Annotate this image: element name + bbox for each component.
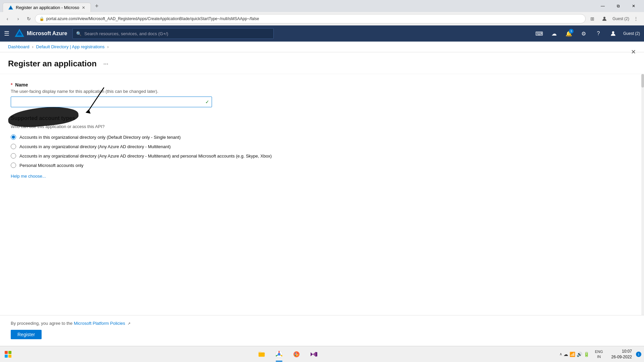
breadcrumb-app-registrations[interactable]: Default Directory | App registrations (36, 44, 105, 49)
name-field-description: The user-facing display name for this ap… (11, 89, 633, 94)
menu-button[interactable]: ⋮ (631, 14, 641, 23)
cloud-icon: ☁ (564, 352, 568, 357)
active-tab[interactable]: Register an application - Microso ✕ (3, 3, 91, 12)
svg-point-1 (612, 31, 614, 34)
account-types-title: Supported account types (11, 115, 633, 121)
name-input-wrapper: ✓ (11, 97, 212, 107)
account-types-section: Supported account types Who can use this… (11, 115, 633, 179)
policy-prefix: By proceeding, you agree to the (11, 321, 74, 326)
azure-topbar: ☰ Microsoft Azure 🔍 Search resources, se… (0, 25, 644, 42)
notifications-badge: 3 (569, 29, 574, 34)
taskbar-chrome[interactable] (271, 346, 287, 362)
global-search-bar[interactable]: 🔍 Search resources, services, and docs (… (72, 28, 274, 39)
scroll-thumb[interactable] (641, 74, 644, 87)
policy-link[interactable]: Microsoft Platform Policies (74, 321, 125, 326)
paint-icon (293, 351, 300, 358)
policy-text: By proceeding, you agree to the Microsof… (11, 321, 633, 326)
visual-studio-icon (310, 351, 318, 358)
breadcrumb-sep-1: › (32, 45, 34, 49)
file-explorer-icon (258, 351, 265, 358)
help-me-choose-link[interactable]: Help me choose... (11, 174, 46, 179)
windows-logo-icon (5, 351, 11, 358)
scrollbar[interactable] (641, 74, 644, 315)
svg-point-7 (278, 353, 280, 356)
feedback-button[interactable]: ☁ (548, 27, 560, 40)
register-button[interactable]: Register (11, 330, 42, 339)
start-button[interactable] (0, 346, 16, 362)
taskbar-visual-studio[interactable] (306, 346, 322, 362)
volume-icon: 🔊 (577, 352, 582, 357)
radio-item-single-tenant[interactable]: Accounts in this organizational director… (11, 134, 633, 140)
search-placeholder: Search resources, services, and docs (G+… (84, 31, 168, 36)
browser-controls: ‹ › ↻ 🔒 portal.azure.com/#view/Microsoft… (0, 12, 644, 25)
chrome-icon (275, 351, 283, 358)
svg-point-11 (297, 353, 298, 354)
lock-icon: 🔒 (39, 16, 44, 21)
name-field-label: * Name (11, 82, 633, 87)
notification-count-badge[interactable]: 1 (636, 352, 641, 357)
language-indicator: ENG IN (595, 349, 603, 359)
address-bar[interactable]: 🔒 portal.azure.com/#view/Microsoft_AAD_R… (35, 14, 586, 23)
svg-rect-5 (259, 352, 261, 353)
close-window-button[interactable]: ✕ (626, 0, 641, 12)
radio-single-tenant[interactable] (11, 134, 16, 140)
settings-button[interactable]: ⚙ (578, 27, 590, 40)
azure-logo-icon (15, 29, 24, 38)
tab-title: Register an application - Microso (16, 5, 79, 10)
lang-text: ENG (595, 349, 603, 354)
ellipsis-button[interactable]: ··· (101, 60, 111, 68)
hamburger-menu-button[interactable]: ☰ (4, 30, 9, 37)
svg-point-10 (295, 353, 296, 354)
url-text: portal.azure.com/#view/Microsoft_AAD_Reg… (46, 16, 259, 21)
radio-item-multitenant[interactable]: Accounts in any organizational directory… (11, 144, 633, 149)
close-page-button[interactable]: ✕ (631, 48, 636, 56)
notifications-button[interactable]: 🔔 3 (563, 27, 575, 40)
taskbar-right: ∧ ☁ 📶 🔊 🔋 ENG IN 10:07 26-09-2022 1 (559, 349, 644, 360)
account-types-radio-group: Accounts in this organizational director… (11, 134, 633, 168)
sys-tray: ∧ ☁ 📶 🔊 🔋 (559, 352, 589, 357)
extensions-button[interactable]: ⊞ (587, 14, 598, 23)
form-area: * Name The user-facing display name for … (0, 74, 644, 315)
back-button[interactable]: ‹ (3, 14, 12, 23)
restore-button[interactable]: ⧉ (610, 0, 626, 12)
breadcrumb-dashboard[interactable]: Dashboard (8, 44, 30, 49)
svg-point-12 (295, 355, 296, 356)
settings-icon: ⚙ (581, 31, 586, 37)
radio-multitenant-personal[interactable] (11, 153, 16, 159)
help-icon: ? (597, 31, 600, 37)
profile-button[interactable] (599, 14, 610, 23)
close-tab-icon[interactable]: ✕ (82, 5, 85, 10)
user-button[interactable] (607, 27, 619, 40)
breadcrumb-sep-2: › (107, 45, 109, 49)
help-button[interactable]: ? (592, 27, 604, 40)
refresh-button[interactable]: ↻ (24, 14, 34, 23)
policy-external-icon: ↗ (127, 321, 130, 325)
search-icon: 🔍 (76, 31, 82, 36)
user-avatar-icon (610, 30, 616, 37)
chevron-up-button[interactable]: ∧ (559, 352, 562, 356)
radio-label-multitenant-personal: Accounts in any organizational directory… (19, 154, 272, 159)
taskbar-apps (16, 346, 559, 362)
radio-label-personal-only: Personal Microsoft accounts only (19, 163, 84, 168)
time-block[interactable]: 10:07 26-09-2022 (609, 349, 635, 360)
radio-item-multitenant-personal[interactable]: Accounts in any organizational directory… (11, 153, 633, 159)
name-input[interactable] (11, 97, 212, 107)
taskbar-paint[interactable] (288, 346, 305, 362)
svg-point-13 (297, 355, 298, 356)
radio-item-personal-only[interactable]: Personal Microsoft accounts only (11, 163, 633, 168)
time-text: 10:07 (611, 349, 632, 354)
new-tab-button[interactable]: + (91, 1, 103, 12)
taskbar-file-explorer[interactable] (254, 346, 270, 362)
page-title: Register an application (8, 59, 97, 68)
feedback-icon: ☁ (551, 31, 557, 37)
required-indicator: * (11, 82, 12, 87)
minimize-button[interactable]: — (595, 0, 610, 12)
cloud-shell-button[interactable]: ⌨ (533, 27, 545, 40)
svg-point-0 (603, 17, 605, 19)
forward-button[interactable]: › (13, 14, 23, 23)
tab-bar: Register an application - Microso ✕ + — … (0, 0, 644, 12)
radio-multitenant[interactable] (11, 144, 16, 149)
guest-label: Guest (2) (623, 31, 640, 36)
radio-personal-only[interactable] (11, 163, 16, 168)
input-check-icon: ✓ (205, 99, 209, 105)
